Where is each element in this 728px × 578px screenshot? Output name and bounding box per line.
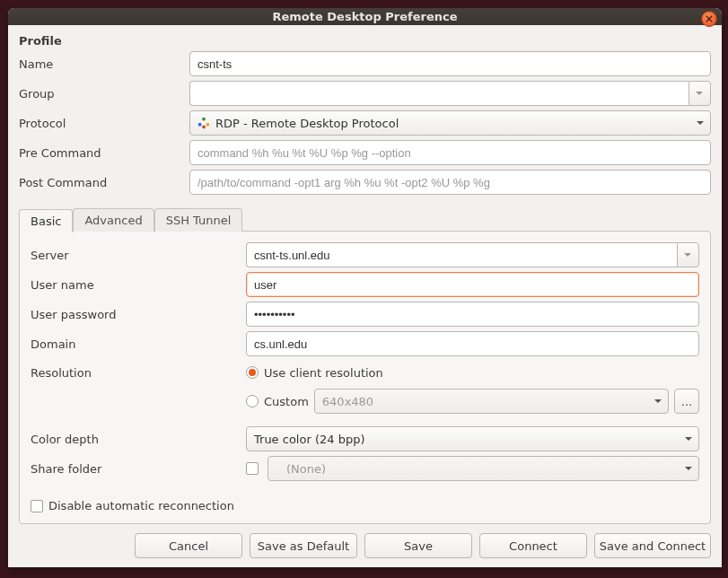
group-dropdown-button[interactable] <box>689 81 711 106</box>
resolution-client-label: Use client resolution <box>264 366 383 380</box>
sharefolder-checkbox[interactable] <box>246 462 259 475</box>
protocol-label: Protocol <box>19 117 189 130</box>
server-label: Server <box>31 249 246 262</box>
postcommand-input[interactable] <box>189 170 711 195</box>
resolution-custom-label: Custom <box>264 395 309 408</box>
save-button[interactable]: Save <box>364 533 472 558</box>
window-title: Remote Desktop Preference <box>272 10 457 23</box>
chevron-down-icon <box>684 253 691 257</box>
password-label: User password <box>31 308 246 321</box>
profile-header: Profile <box>19 34 711 48</box>
name-label: Name <box>19 57 189 71</box>
tabs: Basic Advanced SSH Tunnel Server User na… <box>19 208 711 524</box>
precommand-input[interactable] <box>189 140 711 165</box>
titlebar[interactable]: Remote Desktop Preference <box>8 8 722 25</box>
chevron-down-icon <box>696 92 703 95</box>
protocol-value: RDP - Remote Desktop Protocol <box>215 117 689 130</box>
rdp-icon <box>197 117 210 129</box>
content-area: Profile Name Group Protocol <box>8 25 722 567</box>
cancel-button[interactable]: Cancel <box>135 533 242 558</box>
svg-point-1 <box>198 123 202 127</box>
resolution-custom-radio[interactable] <box>246 395 259 407</box>
name-input[interactable] <box>189 51 711 76</box>
chevron-down-icon <box>697 121 704 125</box>
disable-reconnect-label: Disable automatic reconnection <box>48 499 234 512</box>
precommand-label: Pre Command <box>19 146 189 160</box>
tab-advanced[interactable]: Advanced <box>73 208 153 232</box>
colordepth-value: True color (24 bpp) <box>254 433 677 446</box>
disable-reconnect-checkbox[interactable] <box>31 500 43 512</box>
save-default-button[interactable]: Save as Default <box>250 533 357 558</box>
chevron-down-icon <box>654 399 662 403</box>
resolution-client-radio[interactable] <box>246 366 259 379</box>
save-connect-button[interactable]: Save and Connect <box>594 533 711 558</box>
svg-point-2 <box>206 123 209 127</box>
colordepth-label: Color depth <box>31 433 246 446</box>
username-input[interactable] <box>246 272 699 297</box>
server-input[interactable] <box>246 242 677 267</box>
chevron-down-icon <box>685 467 692 470</box>
resolution-custom-dropdown[interactable]: 640x480 <box>314 389 669 414</box>
sharefolder-label: Share folder <box>31 462 246 476</box>
svg-point-3 <box>202 125 206 128</box>
username-label: User name <box>31 278 246 292</box>
group-label: Group <box>19 87 189 101</box>
server-dropdown-button[interactable] <box>677 242 699 267</box>
protocol-dropdown[interactable]: RDP - Remote Desktop Protocol <box>189 110 711 136</box>
tab-ssh-tunnel[interactable]: SSH Tunnel <box>154 208 243 232</box>
sharefolder-value: (None) <box>286 462 326 476</box>
resolution-more-button[interactable]: ... <box>674 389 699 414</box>
password-input[interactable] <box>246 302 699 327</box>
svg-point-0 <box>202 118 206 121</box>
tab-basic[interactable]: Basic <box>19 209 73 232</box>
sharefolder-dropdown[interactable]: (None) <box>268 456 699 481</box>
colordepth-dropdown[interactable]: True color (24 bpp) <box>246 426 699 451</box>
resolution-custom-value: 640x480 <box>322 395 373 408</box>
connect-button[interactable]: Connect <box>479 533 587 558</box>
postcommand-label: Post Command <box>19 176 189 189</box>
button-bar: Cancel Save as Default Save Connect Save… <box>19 524 711 558</box>
close-icon[interactable] <box>701 11 717 27</box>
tab-panel-basic: Server User name User passwor <box>19 231 711 524</box>
resolution-label: Resolution <box>31 366 246 380</box>
group-input[interactable] <box>189 81 689 106</box>
domain-label: Domain <box>31 337 246 351</box>
domain-input[interactable] <box>246 331 699 356</box>
chevron-down-icon <box>685 437 692 441</box>
preference-window: Remote Desktop Preference Profile Name G… <box>8 8 722 567</box>
